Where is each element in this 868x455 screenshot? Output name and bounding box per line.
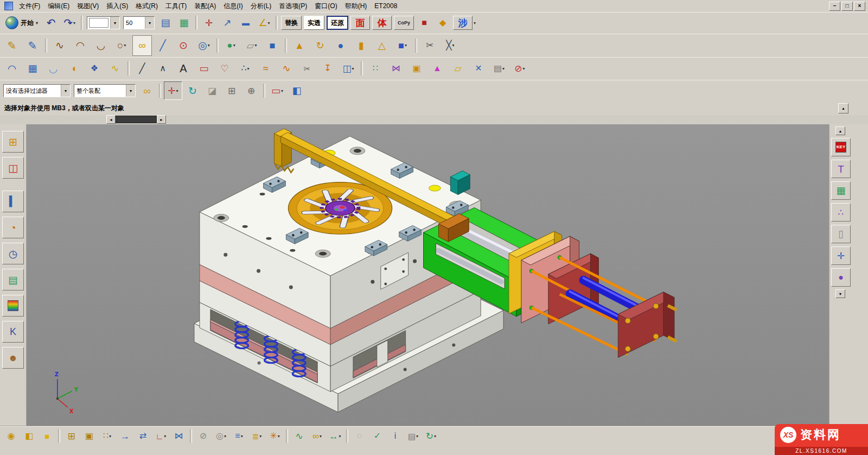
stock-blocks-icon[interactable]: ▦ <box>831 181 851 200</box>
clearance-analysis-icon[interactable]: ↔▾ <box>327 428 343 444</box>
trim-curve-icon[interactable]: ✂ <box>297 58 317 79</box>
copy-feature-icon[interactable]: ▣ <box>407 58 426 79</box>
orient-view-icon[interactable]: ✛ <box>200 14 218 31</box>
menu-assemblies[interactable]: 装配(A) <box>190 1 220 12</box>
block-icon[interactable]: ■ <box>263 35 282 56</box>
wipe-icon[interactable]: ◪ <box>203 81 221 100</box>
key-icon[interactable]: KEY <box>831 138 851 156</box>
pan-icon[interactable]: ⊞ <box>222 81 241 100</box>
shaded-cube-icon[interactable]: ◧ <box>288 81 306 100</box>
ruler-icon[interactable]: ▬ <box>237 14 254 31</box>
work-layer-dropdown-icon[interactable]: ▾ <box>145 17 154 29</box>
point-curve-icon[interactable]: ∴▾ <box>235 58 255 79</box>
n-sided-surface-icon[interactable]: ❖ <box>85 58 104 79</box>
rectangle-select-dropdown[interactable]: ▾ <box>281 89 283 93</box>
undo-icon[interactable]: ↶ <box>42 14 60 31</box>
clipboard-dropdown[interactable]: ▾ <box>502 66 505 71</box>
revolve-icon[interactable]: ↻ <box>310 35 330 56</box>
circle-icon[interactable]: ○▾ <box>112 35 131 56</box>
face-button[interactable]: 面 <box>350 16 370 30</box>
ball-tool-icon[interactable]: ● <box>831 268 851 287</box>
menu-tools[interactable]: 工具(T) <box>162 1 190 12</box>
command-finder-icon[interactable]: K <box>2 321 24 343</box>
cube-icon[interactable]: ■▾ <box>393 35 412 56</box>
gold-solid-icon[interactable]: ◆ <box>434 14 451 31</box>
basic-line-icon[interactable]: ╱ <box>132 58 152 79</box>
wave-geometry-linker-icon[interactable]: ∿ <box>291 428 308 444</box>
menu-preferences[interactable]: 首选项(P) <box>275 1 311 12</box>
interpart-chain-icon[interactable]: ∞ <box>138 81 156 100</box>
pattern-feature-icon[interactable]: ∷ <box>366 58 385 79</box>
part-navigator-icon[interactable]: ▍ <box>2 191 24 212</box>
interpart-link-dropdown[interactable]: ▾ <box>320 434 322 439</box>
sketch-icon[interactable]: ✎ <box>2 35 22 56</box>
datum-csys-dropdown[interactable]: ▾ <box>452 43 455 48</box>
suppress-component-icon[interactable]: ⊘ <box>195 428 212 444</box>
tip-scroll-left-button[interactable]: ◄ <box>106 115 116 124</box>
report-icon[interactable]: ▤▾ <box>405 428 422 444</box>
join-curve-icon[interactable]: ∞ <box>132 35 152 56</box>
rectangle-icon[interactable]: ▭ <box>194 58 214 79</box>
menu-window[interactable]: 窗口(O) <box>311 1 341 12</box>
point-curve-dropdown[interactable]: ▾ <box>247 66 250 71</box>
menu-file[interactable]: 文件(F) <box>15 1 44 12</box>
start-button[interactable]: 开始 ▾ <box>2 15 42 31</box>
interpart-link-icon[interactable]: ∞▾ <box>309 428 326 444</box>
display-color-combo[interactable]: ▾ <box>87 16 120 29</box>
assembly-constraints-icon[interactable]: ∟▾ <box>152 428 169 444</box>
point-set-icon[interactable]: ◎▾ <box>194 35 214 56</box>
restore-display-button[interactable]: 还原 <box>327 16 348 30</box>
project-curve-icon[interactable]: ↧ <box>318 58 337 79</box>
open-component-icon[interactable]: ◧ <box>21 428 37 444</box>
show-component-icon[interactable]: ■ <box>39 428 55 444</box>
product-outline-icon[interactable]: ◌ <box>351 428 368 444</box>
arc-icon[interactable]: ◠ <box>71 35 90 56</box>
snap-point-dropdown[interactable]: ▾ <box>176 89 178 93</box>
point-set-dropdown[interactable]: ▾ <box>208 43 210 48</box>
update-structure-dropdown[interactable]: ▾ <box>434 434 436 439</box>
point-icon[interactable]: ⊙ <box>174 35 193 56</box>
constraint-navigator-icon[interactable]: ◫ <box>2 157 24 179</box>
tip-scroll-thumb[interactable] <box>116 116 157 123</box>
check-mate-icon[interactable]: ✓ <box>369 428 386 444</box>
trim-body-icon[interactable]: ✂ <box>420 35 439 56</box>
clearance-analysis-dropdown[interactable]: ▾ <box>339 434 341 439</box>
menu-analysis[interactable]: 分析(L) <box>247 1 276 12</box>
minimize-button[interactable]: – <box>829 2 840 11</box>
text-icon[interactable]: A <box>174 58 193 79</box>
menu-help[interactable]: 帮助(H) <box>341 1 371 12</box>
unsew-dropdown[interactable]: ▾ <box>523 66 525 71</box>
mirror-feature-icon[interactable]: ⋈ <box>386 58 406 79</box>
report-dropdown[interactable]: ▾ <box>416 434 418 439</box>
cylinder-icon[interactable]: ▮ <box>352 35 371 56</box>
sheet-body-icon[interactable]: ▱ <box>448 58 468 79</box>
sphere-icon[interactable]: ● <box>331 35 350 56</box>
red-solid-icon[interactable]: ■ <box>416 14 433 31</box>
layer-category-icon[interactable]: ▦ <box>175 14 193 31</box>
layer-stack-icon[interactable]: ▤ <box>157 14 174 31</box>
pattern-component-dropdown[interactable]: ▾ <box>109 434 111 439</box>
copy-button[interactable]: CoPy <box>394 16 414 30</box>
through-mesh-icon[interactable]: ▦ <box>23 58 42 79</box>
ruled-surface-icon[interactable]: ◠ <box>2 58 22 79</box>
edit-suppression-dropdown[interactable]: ▾ <box>224 434 226 439</box>
datum-plane-icon[interactable]: ▱▾ <box>242 35 261 56</box>
pyramid-icon[interactable]: ▲ <box>427 58 447 79</box>
conic-icon[interactable]: ◡ <box>91 35 111 56</box>
start-dropdown-icon[interactable]: ▾ <box>36 21 38 26</box>
offset-curve-icon[interactable]: ≈ <box>256 58 276 79</box>
arrangements-icon[interactable]: ≡▾ <box>231 428 247 444</box>
studio-spline-icon[interactable]: ♡ <box>215 58 234 79</box>
cube-dropdown[interactable]: ▾ <box>405 43 407 48</box>
unsew-icon[interactable]: ⊘▾ <box>510 58 529 79</box>
palette-scroll-up-button[interactable]: ▲ <box>835 127 845 135</box>
menu-et2008[interactable]: ET2008 <box>371 1 401 11</box>
display-color-dropdown-icon[interactable]: ▾ <box>110 17 119 29</box>
delete-face-icon[interactable]: ✕ <box>469 58 488 79</box>
clipboard-icon[interactable]: ▤▾ <box>489 58 509 79</box>
body-button[interactable]: 体 <box>372 16 392 30</box>
pattern-component-icon[interactable]: ∷▾ <box>99 428 116 444</box>
selection-filter-dropdown-icon[interactable]: ▾ <box>61 85 70 97</box>
roles-icon[interactable]: ☻ <box>2 347 24 369</box>
tip-scroll-right-button[interactable]: ► <box>157 115 166 124</box>
